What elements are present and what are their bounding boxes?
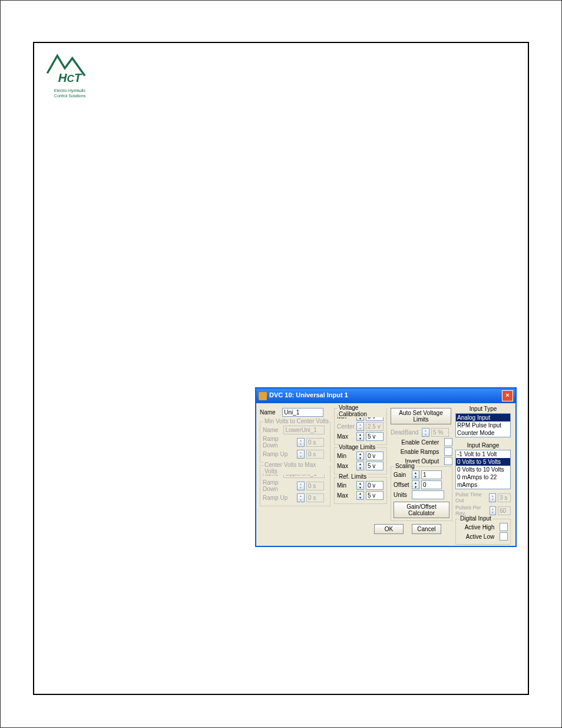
spinner-icon[interactable]: ▲▼: [356, 452, 364, 460]
vcal-center-input: [366, 422, 384, 431]
voltage-limits-group: Voltage Limits Min▲▼ Max▲▼: [334, 447, 387, 475]
spinner-icon[interactable]: ▲▼: [356, 481, 364, 490]
gain-input[interactable]: [421, 470, 442, 479]
page-border: [33, 42, 529, 695]
deadband-input: [431, 428, 449, 437]
vcal-center-label: Center: [337, 423, 355, 430]
input-range-item-2[interactable]: 0 Volts to 10 Volts: [456, 466, 510, 473]
dialog-body: Name Min Volts to Center Volts Name Ramp…: [256, 403, 515, 546]
ok-button[interactable]: OK: [374, 524, 404, 534]
spinner-icon: ▲▼: [490, 506, 496, 515]
offset-label: Offset: [394, 482, 410, 488]
dialog-titlebar[interactable]: DVC 10: Universal Input 1 ×: [256, 388, 515, 403]
vlim-max-label: Max: [337, 463, 355, 469]
invert-output-checkbox[interactable]: [444, 457, 452, 465]
spinner-icon[interactable]: ▲▼: [356, 462, 364, 470]
spinner-icon[interactable]: ▲▼: [412, 470, 419, 479]
vcal-max-input[interactable]: [366, 432, 384, 441]
digital-input-group: Digital Input Active High Active Low: [455, 519, 511, 545]
vcal-legend: Voltage Calibration: [338, 404, 386, 417]
name-input[interactable]: [282, 408, 323, 417]
rlim-legend: Ref. Limits: [338, 473, 368, 480]
rlim-min-label: Min: [337, 482, 355, 489]
scaling-legend: Scaling: [394, 463, 416, 469]
active-low-label: Active Low: [466, 533, 494, 540]
pulse-timeout-label: Pulse Time Out: [455, 492, 487, 503]
input-range-listbox[interactable]: -1 Volt to 1 Volt 0 Volts to 5 Volts 0 V…: [455, 450, 511, 489]
vcal-max-label: Max: [337, 433, 355, 440]
rlim-min-input[interactable]: [366, 481, 384, 490]
spinner-icon: ▲▼: [297, 438, 305, 447]
vlim-min-input[interactable]: [366, 452, 384, 460]
close-button[interactable]: ×: [502, 390, 513, 401]
center-max-legend: Center Volts to Max Volts: [263, 462, 330, 475]
pulse-timeout-input: [498, 493, 511, 502]
spinner-icon: ▲▼: [297, 482, 305, 490]
mc-rampup-label: Ramp Up: [263, 451, 295, 457]
voltage-calibration-group: Voltage Calibration Min▲▼ Center▲▼ Max▲▼: [334, 408, 387, 445]
gain-label: Gain: [394, 472, 410, 478]
pulses-rev-label: Pulses Per Rev.: [455, 505, 488, 516]
spinner-icon: ▲▼: [297, 450, 305, 459]
mc-rampdown-input: [306, 438, 324, 447]
input-range-item-1[interactable]: 0 Volts to 5 Volts: [456, 458, 510, 466]
units-input[interactable]: [412, 490, 444, 499]
spinner-icon: ▲▼: [356, 422, 364, 431]
rlim-max-label: Max: [337, 492, 355, 499]
spinner-icon: ▲▼: [489, 493, 496, 502]
input-type-item-counter[interactable]: Counter Mode: [456, 429, 510, 437]
center-max-group: Center Volts to Max Volts Name Ramp Down…: [260, 465, 330, 506]
vlim-max-input[interactable]: [366, 462, 384, 470]
cancel-button[interactable]: Cancel: [412, 524, 441, 534]
deadband-label: DeadBand: [391, 429, 420, 436]
document-page: HCT Electro-Hydraulic Control Solutions …: [0, 0, 562, 728]
enable-center-label: Enable Center: [401, 439, 439, 446]
mc-rampup-input: [306, 450, 324, 459]
input-type-item-rpm[interactable]: RPM Pulse Input: [456, 421, 510, 429]
spinner-icon[interactable]: ▲▼: [356, 432, 364, 441]
rlim-max-input[interactable]: [366, 491, 384, 500]
auto-set-button[interactable]: Auto Set Voltage Limits: [391, 408, 451, 424]
enable-ramps-label: Enable Ramps: [401, 449, 439, 455]
svg-text:HCT: HCT: [58, 71, 82, 84]
mc-name-label: Name: [263, 427, 279, 433]
dialog-title: DVC 10: Universal Input 1: [269, 391, 348, 398]
name-label: Name: [260, 409, 276, 416]
cm-rampup-input: [306, 493, 324, 502]
logo-tagline-1: Electro-Hydraulic: [45, 88, 95, 93]
input-range-item-0[interactable]: -1 Volt to 1 Volt: [456, 450, 510, 458]
logo-tagline-2: Control Solutions: [45, 94, 95, 98]
input-type-item-analog[interactable]: Analog Input: [456, 414, 510, 421]
units-label: Units: [394, 492, 410, 498]
digital-legend: Digital Input: [459, 515, 492, 522]
spinner-icon: ▲▼: [297, 493, 305, 502]
spinner-icon[interactable]: ▲▼: [412, 480, 419, 489]
active-high-checkbox[interactable]: [500, 523, 508, 531]
offset-input[interactable]: [421, 480, 442, 489]
gain-offset-calc-button[interactable]: Gain/Offset Calculator: [394, 502, 449, 518]
cm-rampup-label: Ramp Up: [263, 495, 295, 501]
input-type-header: Input Type: [455, 406, 511, 412]
min-center-legend: Min Volts to Center Volts: [263, 418, 330, 424]
min-center-group: Min Volts to Center Volts Name Ramp Down…: [260, 421, 330, 463]
hct-logo: HCT Electro-Hydraulic Control Solutions: [45, 51, 95, 98]
scaling-group: Scaling Gain▲▼ Offset▲▼ Units Gain/Offse…: [391, 466, 452, 521]
active-high-label: Active High: [465, 524, 495, 531]
pulses-rev-input: [498, 506, 511, 515]
vlim-legend: Voltage Limits: [338, 444, 376, 450]
input-range-item-3[interactable]: 0 mAmps to 22 mAmps: [456, 473, 510, 489]
mc-name-input: [283, 426, 325, 434]
vlim-min-label: Min: [337, 453, 355, 459]
cm-rampdown-input: [306, 482, 324, 490]
enable-center-checkbox[interactable]: [444, 438, 452, 446]
app-icon: [259, 392, 267, 400]
input-range-header: Input Range: [455, 442, 511, 449]
active-low-checkbox[interactable]: [500, 532, 508, 541]
enable-ramps-checkbox[interactable]: [444, 447, 452, 456]
mc-rampdown-label: Ramp Down: [263, 436, 295, 449]
universal-input-dialog: DVC 10: Universal Input 1 × Name Min Vol…: [255, 387, 517, 547]
spinner-icon[interactable]: ▲▼: [356, 491, 364, 500]
ref-limits-group: Ref. Limits Min▲▼ Max▲▼: [334, 477, 387, 504]
spinner-icon: ▲▼: [422, 428, 429, 437]
input-type-listbox[interactable]: Analog Input RPM Pulse Input Counter Mod…: [455, 413, 511, 437]
